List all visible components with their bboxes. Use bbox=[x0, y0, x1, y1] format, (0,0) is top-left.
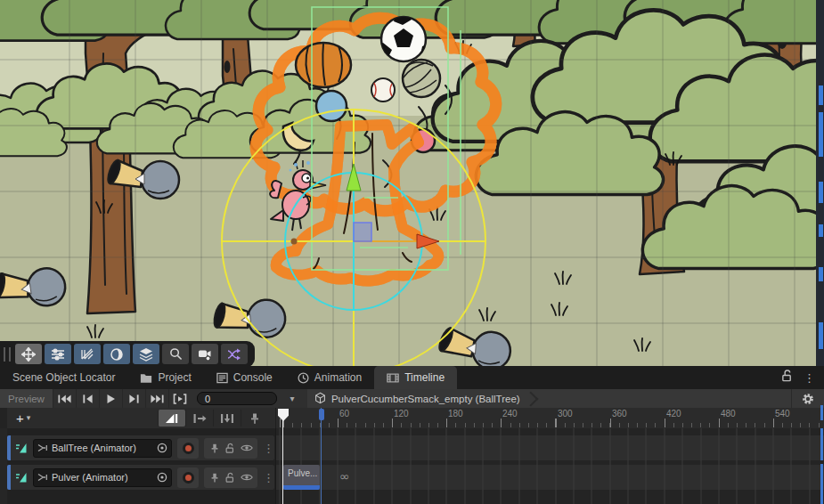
shuffle-icon bbox=[227, 347, 241, 362]
replace-mode-icon bbox=[220, 412, 234, 425]
tab-scene-object-locator[interactable]: Scene Object Locator bbox=[0, 366, 127, 389]
record-icon bbox=[183, 472, 194, 484]
scene-canvas[interactable] bbox=[0, 0, 824, 366]
add-track-button[interactable]: + ▾ bbox=[12, 411, 35, 425]
scene-toolbar bbox=[0, 341, 255, 366]
mix-mode-button[interactable] bbox=[158, 410, 185, 427]
timeline-end-marker[interactable] bbox=[319, 409, 324, 420]
eye-icon[interactable] bbox=[241, 443, 253, 453]
track-options-cluster bbox=[204, 467, 257, 488]
timeline-transport-row: Preview 0 ▾ PulverCucumberSmack_empt bbox=[0, 389, 824, 408]
ripple-mode-button[interactable] bbox=[185, 410, 213, 427]
timeline-header-row: + ▾ 60 120 18 bbox=[0, 408, 824, 428]
skip-start-button[interactable] bbox=[53, 389, 76, 408]
record-button[interactable] bbox=[177, 467, 199, 488]
hatch-tool-button[interactable] bbox=[74, 344, 101, 364]
frame-options-dropdown[interactable]: ▾ bbox=[281, 389, 304, 408]
ruler-label: 480 bbox=[721, 409, 736, 419]
pulver-track-lane[interactable] bbox=[276, 465, 824, 490]
track-row-balltree[interactable]: BallTree (Animator) ⋮ bbox=[7, 435, 274, 460]
mixer-tool-button[interactable] bbox=[45, 344, 71, 364]
object-picker-icon[interactable] bbox=[157, 443, 167, 453]
clip-edit-modes bbox=[158, 410, 268, 427]
step-back-button[interactable] bbox=[76, 389, 99, 408]
track-name: Pulver (Animator) bbox=[52, 472, 153, 483]
clip-label: Pulve... bbox=[283, 465, 320, 478]
mix-mode-icon bbox=[165, 412, 179, 425]
shuffle-tool-button[interactable] bbox=[221, 344, 248, 364]
balltree-track-lane[interactable] bbox=[276, 435, 824, 460]
skip-end-button[interactable] bbox=[145, 389, 168, 408]
track-header-column: BallTree (Animator) ⋮ bbox=[0, 428, 276, 504]
infinite-clip-indicator: ∞ bbox=[339, 465, 350, 490]
move-tool-button[interactable] bbox=[15, 344, 42, 364]
playhead-line bbox=[282, 419, 283, 504]
tab-label: Timeline bbox=[404, 371, 445, 384]
pin-icon[interactable] bbox=[209, 472, 220, 484]
tab-project[interactable]: Project bbox=[127, 366, 203, 389]
camera-tool-button[interactable] bbox=[192, 344, 218, 364]
timeline-clip-area[interactable]: Pulve... ∞ bbox=[276, 428, 824, 504]
unlock-icon[interactable] bbox=[224, 443, 235, 454]
play-range-button[interactable] bbox=[168, 389, 192, 408]
search-tool-button[interactable] bbox=[162, 344, 189, 364]
ruler-label: 60 bbox=[339, 409, 349, 419]
eye-icon[interactable] bbox=[241, 472, 253, 483]
track-binding-field[interactable]: Pulver (Animator) bbox=[33, 468, 172, 487]
hatch-icon bbox=[80, 347, 94, 362]
ruler-label: 360 bbox=[612, 409, 627, 419]
track-row-pulver[interactable]: Pulver (Animator) ⋮ bbox=[7, 465, 274, 490]
skip-end-icon bbox=[151, 394, 164, 404]
replace-mode-button[interactable] bbox=[213, 410, 241, 427]
record-button[interactable] bbox=[177, 438, 199, 459]
pumpkin[interactable] bbox=[296, 43, 351, 87]
track-menu-icon[interactable]: ⋮ bbox=[263, 472, 274, 484]
play-icon bbox=[105, 394, 116, 404]
tab-label: Scene Object Locator bbox=[12, 371, 115, 384]
ripple-mode-icon bbox=[192, 412, 207, 425]
pin-icon bbox=[249, 412, 261, 425]
animation-clip[interactable]: Pulve... bbox=[283, 465, 320, 490]
animator-binding-icon bbox=[37, 472, 48, 483]
object-picker-icon[interactable] bbox=[157, 472, 167, 483]
breadcrumb-chevron-icon bbox=[526, 389, 536, 408]
cube-icon bbox=[314, 392, 326, 406]
track-binding-field[interactable]: BallTree (Animator) bbox=[33, 439, 172, 458]
baseball[interactable] bbox=[371, 78, 395, 102]
pin-mode-button[interactable] bbox=[241, 410, 268, 427]
current-frame-field[interactable]: 0 bbox=[197, 392, 277, 405]
timeline-tracks-area: Pulve... ∞ BallTree (Animator) bbox=[0, 428, 824, 504]
scene-scrollbar-strip[interactable] bbox=[816, 0, 824, 366]
timeline-ruler[interactable]: 60 120 180 240 300 360 420 480 540 bbox=[276, 408, 824, 428]
tab-animation[interactable]: Animation bbox=[285, 366, 374, 389]
step-back-icon bbox=[82, 394, 94, 404]
play-button[interactable] bbox=[99, 389, 122, 408]
track-name: BallTree (Animator) bbox=[52, 443, 153, 453]
layers-tool-button[interactable] bbox=[133, 344, 159, 364]
track-menu-icon[interactable]: ⋮ bbox=[263, 443, 274, 454]
ruler-label: 300 bbox=[558, 409, 573, 419]
ruler-major-ticks bbox=[276, 419, 824, 427]
blue-ball[interactable] bbox=[316, 91, 347, 121]
step-forward-button[interactable] bbox=[122, 389, 145, 408]
volleyball[interactable] bbox=[403, 60, 440, 97]
sphere-tool-button[interactable] bbox=[103, 344, 130, 364]
preview-toggle-button[interactable]: Preview bbox=[0, 389, 53, 408]
toolbar-drag-handle[interactable] bbox=[4, 347, 11, 362]
animation-track-icon bbox=[15, 471, 29, 484]
timeline-right-edge-marker bbox=[820, 428, 823, 460]
breadcrumb[interactable]: PulverCucumberSmack_empty (BallTree) bbox=[307, 389, 791, 408]
unlock-icon[interactable] bbox=[781, 370, 793, 386]
animator-binding-icon bbox=[37, 443, 48, 453]
pin-icon[interactable] bbox=[209, 443, 220, 454]
timeline-settings-button[interactable] bbox=[791, 389, 824, 408]
tab-console[interactable]: Console bbox=[204, 366, 285, 389]
step-forward-icon bbox=[128, 394, 140, 404]
ruler-label: 180 bbox=[448, 409, 463, 419]
skip-start-icon bbox=[58, 394, 71, 404]
panel-menu-icon[interactable]: ⋮ bbox=[804, 372, 815, 384]
tab-timeline[interactable]: Timeline bbox=[374, 366, 457, 389]
scene-view[interactable] bbox=[0, 0, 824, 366]
unlock-icon[interactable] bbox=[224, 472, 235, 484]
gear-icon bbox=[802, 393, 814, 405]
